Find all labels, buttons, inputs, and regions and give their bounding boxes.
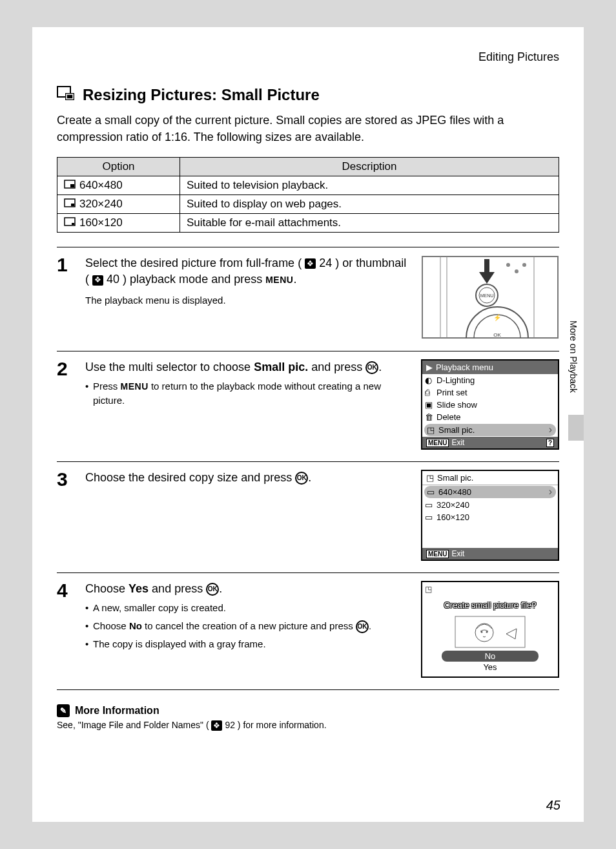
more-information: ✎ More Information See, "Image File and …: [57, 704, 559, 731]
lcd-small-pic-menu: ◳ Small pic. ▭640×480 ▭320×240 ▭160×120 …: [421, 470, 559, 561]
t-bold: Yes: [128, 582, 149, 595]
step-text: Select the desired picture from full-fra…: [85, 255, 412, 339]
side-tab: More on Playback: [568, 305, 584, 454]
dlighting-icon: ◐: [425, 375, 432, 385]
t-bold: No: [129, 620, 142, 631]
t: .: [308, 471, 311, 484]
page-title: Resizing Pictures: Small Picture: [83, 86, 320, 104]
size-160-icon: ▭: [425, 512, 433, 522]
small-pic-title-icon: [57, 86, 76, 104]
more-info-title: More Information: [75, 705, 159, 717]
t: and press: [311, 361, 365, 373]
t: Choose: [93, 620, 129, 631]
t: .: [293, 273, 296, 286]
desc-640: Suited to television playback.: [180, 176, 559, 195]
t: Choose: [85, 582, 128, 595]
opt-320: 320×240: [79, 198, 123, 211]
menu-button-label: MENU: [265, 275, 293, 285]
smallpic-icon: ◳: [427, 425, 435, 435]
t: See, "Image File and Folder Names" (: [57, 720, 209, 730]
table-row: 320×240 Suited to display on web pages.: [57, 195, 559, 214]
lcd-confirm: ◳ Create small picture file?: [421, 581, 559, 678]
playback-icon: ▶: [426, 362, 433, 372]
step-number: 4: [57, 581, 75, 678]
confirm-yes: Yes: [442, 662, 539, 673]
menu-tag: MENU: [426, 550, 449, 558]
size-320-icon: [64, 198, 76, 211]
smallpic-icon: ◳: [425, 585, 432, 594]
size-640-icon: [64, 179, 76, 192]
ok-button-icon: OK: [295, 472, 308, 485]
size-160-icon: [64, 216, 76, 229]
t: to cancel the creation of a new picture …: [145, 620, 356, 631]
delete-icon: 🗑: [425, 412, 433, 422]
size-640-icon: ▭: [427, 487, 435, 497]
svg-point-13: [506, 263, 510, 267]
preview-thumbnail: [422, 616, 558, 648]
page-ref: 24: [319, 257, 332, 269]
intro-text: Create a small copy of the current pictu…: [57, 112, 559, 145]
t: .: [369, 620, 371, 631]
lcd-item-selected: 640×480: [438, 487, 471, 497]
page-ref-icon: ❖: [305, 258, 316, 269]
lcd-title: Small pic.: [437, 473, 473, 483]
step-number: 1: [57, 255, 75, 339]
info-icon: ✎: [57, 704, 70, 717]
smallpic-icon: ◳: [426, 473, 434, 483]
svg-rect-6: [71, 204, 74, 206]
svg-point-15: [515, 269, 518, 273]
step-text: Choose the desired copy size and press O…: [85, 470, 412, 561]
opt-160: 160×120: [79, 216, 123, 229]
t: Choose the desired copy size and press: [85, 471, 295, 484]
confirm-question: Create small picture file?: [422, 600, 558, 610]
manual-page: Editing Pictures Resizing Pictures: Smal…: [32, 27, 584, 822]
step-4: 4 Choose Yes and press OK. A new, smalle…: [57, 572, 559, 690]
desc-160: Suitable for e-mail attachments.: [180, 214, 559, 233]
lcd-title: Playback menu: [436, 362, 493, 372]
step-number: 3: [57, 470, 75, 561]
page-ref: 40: [107, 273, 119, 286]
step-sub: The playback menu is displayed.: [85, 293, 412, 308]
ok-button-icon: OK: [365, 361, 378, 374]
lcd-item: Print set: [436, 388, 467, 397]
lcd-exit: Exit: [451, 549, 464, 558]
help-icon: ?: [546, 439, 554, 447]
lcd-item-selected: Small pic.: [438, 425, 475, 435]
camera-illustration: MENU ⚡ OK: [421, 255, 559, 339]
lcd-item: 320×240: [436, 500, 469, 510]
bullet: The copy is displayed with a gray frame.: [85, 637, 412, 651]
svg-point-24: [486, 631, 488, 633]
svg-rect-8: [72, 223, 74, 225]
svg-rect-21: [455, 616, 525, 647]
menu-tag: MENU: [426, 439, 449, 447]
confirm-no: No: [442, 651, 539, 662]
opt-640: 640×480: [79, 179, 123, 192]
t: and press: [152, 582, 206, 595]
side-tab-label: More on Playback: [568, 305, 579, 408]
size-options-table: Option Description 640×480 Suited to tel…: [57, 157, 559, 233]
t: .: [378, 361, 382, 373]
menu-button-label: MENU: [121, 381, 149, 392]
t: ) for more information.: [238, 720, 327, 730]
page-header: Editing Pictures: [57, 50, 559, 64]
lcd-exit: Exit: [451, 438, 464, 447]
desc-320: Suited to display on web pages.: [180, 195, 559, 214]
table-row: 160×120 Suitable for e-mail attachments.: [57, 214, 559, 233]
side-tab-marker: [568, 415, 584, 441]
t: ) playback mode and press: [123, 273, 265, 286]
lcd-item: D-Lighting: [436, 375, 475, 385]
step-1: 1 Select the desired picture from full-f…: [57, 247, 559, 351]
svg-text:OK: OK: [493, 332, 501, 338]
t-bold: Small pic.: [254, 361, 308, 373]
ok-button-icon: OK: [206, 583, 219, 596]
bullet: A new, smaller copy is created.: [85, 601, 412, 615]
step-2: 2 Use the multi selector to choose Small…: [57, 351, 559, 461]
ok-button-icon: OK: [356, 620, 369, 633]
th-description: Description: [180, 158, 559, 176]
step-number: 2: [57, 359, 75, 450]
svg-text:MENU: MENU: [480, 293, 494, 298]
page-ref-icon: ❖: [92, 275, 103, 286]
step-text: Use the multi selector to choose Small p…: [85, 359, 412, 450]
svg-text:⚡: ⚡: [493, 313, 502, 322]
slideshow-icon: ▣: [425, 400, 433, 410]
